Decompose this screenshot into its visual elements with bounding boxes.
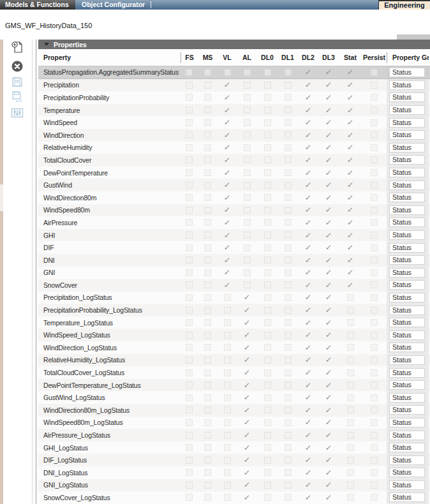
dl1-checkbox[interactable] — [285, 169, 292, 176]
fs-checkbox[interactable] — [186, 244, 193, 251]
dl0-checkbox[interactable] — [264, 281, 271, 288]
ms-checkbox[interactable] — [204, 344, 211, 351]
persist-checkbox[interactable] — [371, 382, 378, 389]
dl1-checkbox[interactable] — [285, 131, 292, 138]
fs-checkbox[interactable] — [186, 494, 193, 501]
property-group-cell[interactable]: Status — [389, 380, 425, 390]
ms-checkbox[interactable] — [204, 319, 211, 326]
table-row[interactable]: DNI✓✓✓✓Status — [38, 254, 430, 267]
property-group-cell[interactable]: Status — [389, 431, 425, 440]
ms-checkbox[interactable] — [204, 219, 211, 226]
dl0-checkbox[interactable] — [264, 319, 271, 326]
table-row[interactable]: GHI_LogStatus✓✓✓Status — [38, 441, 430, 454]
dl3-checkbox[interactable]: ✓ — [325, 456, 332, 464]
al-checkbox[interactable] — [244, 256, 251, 263]
dl1-checkbox[interactable] — [285, 494, 292, 501]
al-checkbox[interactable] — [244, 244, 251, 251]
dl0-checkbox[interactable] — [264, 307, 271, 314]
ms-checkbox[interactable] — [204, 194, 211, 201]
ms-checkbox[interactable] — [204, 444, 211, 451]
ms-checkbox[interactable] — [204, 394, 211, 401]
dl1-checkbox[interactable] — [285, 469, 292, 476]
fs-checkbox[interactable] — [186, 419, 193, 426]
table-row[interactable]: DIF_LogStatus✓✓✓Status — [38, 454, 430, 466]
stat-checkbox[interactable] — [347, 369, 354, 376]
fs-checkbox[interactable] — [186, 107, 193, 114]
dl0-checkbox[interactable] — [264, 382, 271, 389]
column-header-dl2[interactable]: DL2 — [298, 54, 318, 61]
al-checkbox[interactable]: ✓ — [243, 469, 250, 477]
stat-checkbox[interactable] — [347, 319, 354, 326]
stat-checkbox[interactable]: ✓ — [346, 244, 353, 251]
al-checkbox[interactable] — [244, 82, 251, 89]
dl3-checkbox[interactable]: ✓ — [325, 382, 332, 389]
dl1-checkbox[interactable] — [285, 432, 292, 439]
table-row[interactable]: PrecipitationProbability✓✓✓✓Status — [38, 91, 430, 104]
property-group-cell[interactable]: Status — [389, 443, 425, 452]
persist-checkbox[interactable] — [371, 107, 378, 114]
table-row[interactable]: GNI_LogStatus✓✓✓Status — [38, 479, 430, 492]
persist-checkbox[interactable] — [371, 119, 378, 126]
dl2-checkbox[interactable]: ✓ — [304, 144, 311, 151]
dl2-checkbox[interactable]: ✓ — [304, 293, 311, 301]
fs-checkbox[interactable] — [186, 94, 193, 101]
property-group-cell[interactable]: Status — [389, 230, 425, 240]
persist-checkbox[interactable] — [371, 207, 378, 214]
ms-checkbox[interactable] — [204, 307, 211, 314]
vl-checkbox[interactable]: ✓ — [223, 131, 230, 139]
fs-checkbox[interactable] — [186, 219, 193, 226]
fs-checkbox[interactable] — [186, 131, 193, 138]
vl-checkbox[interactable]: ✓ — [223, 181, 230, 189]
table-row[interactable]: StatusPropagation.AggregatedSummaryStatu… — [38, 66, 430, 79]
al-checkbox[interactable]: ✓ — [243, 431, 250, 439]
dl3-checkbox[interactable]: ✓ — [325, 131, 332, 139]
persist-checkbox[interactable] — [371, 219, 378, 226]
property-group-cell[interactable]: Status — [389, 205, 425, 215]
persist-checkbox[interactable] — [371, 369, 378, 376]
property-group-cell[interactable]: Status — [389, 155, 425, 165]
dl0-checkbox[interactable] — [264, 82, 271, 89]
dl2-checkbox[interactable]: ✓ — [304, 131, 311, 139]
al-checkbox[interactable]: ✓ — [243, 293, 250, 301]
dl0-checkbox[interactable] — [264, 69, 271, 76]
dl3-checkbox[interactable]: ✓ — [325, 68, 332, 76]
al-checkbox[interactable] — [244, 232, 251, 239]
al-checkbox[interactable] — [244, 156, 251, 163]
persist-checkbox[interactable] — [371, 457, 378, 464]
dl0-checkbox[interactable] — [264, 482, 271, 489]
fs-checkbox[interactable] — [186, 256, 193, 263]
persist-checkbox[interactable] — [371, 419, 378, 426]
al-checkbox[interactable]: ✓ — [243, 456, 250, 464]
al-checkbox[interactable]: ✓ — [243, 369, 250, 376]
table-row[interactable]: DewPointTemperature_LogStatus✓✓✓Status — [38, 379, 430, 392]
vl-checkbox[interactable] — [224, 469, 231, 476]
dl1-checkbox[interactable] — [285, 369, 292, 376]
dl2-checkbox[interactable]: ✓ — [304, 281, 311, 289]
dl1-checkbox[interactable] — [285, 444, 292, 451]
fs-checkbox[interactable] — [186, 169, 193, 176]
al-checkbox[interactable]: ✓ — [243, 306, 250, 314]
vl-checkbox[interactable] — [224, 307, 231, 314]
dl3-checkbox[interactable]: ✓ — [325, 481, 332, 489]
dl3-checkbox[interactable]: ✓ — [325, 419, 332, 426]
vl-checkbox[interactable] — [224, 344, 231, 351]
dl0-checkbox[interactable] — [264, 494, 271, 501]
vl-checkbox[interactable]: ✓ — [223, 244, 230, 251]
property-group-cell[interactable]: Status — [389, 193, 425, 202]
dl3-checkbox[interactable]: ✓ — [325, 206, 332, 214]
al-checkbox[interactable] — [244, 219, 251, 226]
dl3-checkbox[interactable]: ✓ — [325, 293, 332, 301]
persist-checkbox[interactable] — [371, 82, 378, 89]
vl-checkbox[interactable] — [224, 419, 231, 426]
table-row[interactable]: GustWind_LogStatus✓✓✓Status — [38, 391, 430, 404]
dl3-checkbox[interactable]: ✓ — [325, 444, 332, 452]
dl1-checkbox[interactable] — [285, 294, 292, 301]
fs-checkbox[interactable] — [186, 194, 193, 201]
dl0-checkbox[interactable] — [264, 357, 271, 364]
ms-checkbox[interactable] — [204, 232, 211, 239]
persist-checkbox[interactable] — [371, 432, 378, 439]
persist-checkbox[interactable] — [371, 281, 378, 288]
persist-checkbox[interactable] — [371, 94, 378, 101]
ms-checkbox[interactable] — [204, 182, 211, 189]
dl1-checkbox[interactable] — [285, 182, 292, 189]
